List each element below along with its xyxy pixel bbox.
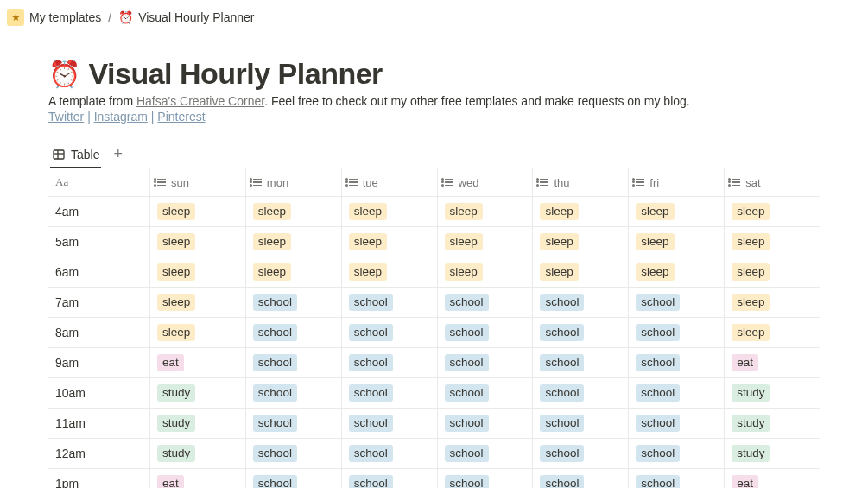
activity-cell[interactable]: sleep — [342, 257, 438, 287]
activity-cell[interactable]: school — [533, 469, 629, 488]
activity-cell[interactable]: sleep — [438, 257, 534, 287]
activity-cell[interactable]: school — [342, 288, 438, 317]
activity-cell[interactable]: school — [629, 318, 725, 347]
activity-cell[interactable]: eat — [150, 469, 246, 488]
time-cell[interactable]: 9am — [48, 348, 150, 377]
activity-cell[interactable]: eat — [150, 348, 246, 377]
activity-cell[interactable]: sleep — [150, 197, 246, 226]
activity-cell[interactable]: sleep — [725, 318, 820, 347]
activity-cell[interactable]: sleep — [629, 197, 725, 226]
time-cell[interactable]: 10am — [48, 378, 150, 408]
column-header-sun[interactable]: sun — [150, 168, 246, 196]
breadcrumb-root[interactable]: My templates — [29, 10, 101, 24]
activity-cell[interactable]: sleep — [438, 197, 534, 226]
column-header-sat[interactable]: sat — [725, 168, 820, 196]
activity-cell[interactable]: sleep — [725, 288, 820, 317]
activity-cell[interactable]: sleep — [533, 227, 629, 257]
activity-cell[interactable]: school — [629, 348, 725, 377]
activity-cell[interactable]: school — [438, 348, 534, 377]
activity-cell[interactable]: sleep — [150, 257, 246, 287]
activity-cell[interactable]: school — [246, 318, 342, 347]
twitter-link[interactable]: Twitter — [48, 110, 84, 124]
breadcrumb-current[interactable]: Visual Hourly Planner — [138, 10, 254, 24]
activity-cell[interactable]: study — [150, 409, 246, 438]
activity-cell[interactable]: school — [438, 318, 534, 347]
column-header-mon[interactable]: mon — [246, 168, 342, 196]
activity-cell[interactable]: school — [342, 409, 438, 438]
time-cell[interactable]: 7am — [48, 288, 150, 317]
activity-cell[interactable]: school — [629, 288, 725, 317]
time-cell[interactable]: 5am — [48, 227, 150, 257]
activity-cell[interactable]: sleep — [438, 227, 534, 257]
activity-cell[interactable]: school — [533, 348, 629, 377]
activity-cell[interactable]: school — [246, 439, 342, 468]
activity-cell[interactable]: sleep — [342, 227, 438, 257]
activity-tag-school: school — [636, 324, 680, 341]
activity-cell[interactable]: sleep — [629, 227, 725, 257]
pinterest-link[interactable]: Pinterest — [157, 110, 205, 124]
time-cell[interactable]: 12am — [48, 439, 150, 468]
activity-cell[interactable]: school — [246, 288, 342, 317]
time-cell[interactable]: 11am — [48, 409, 150, 438]
activity-cell[interactable]: school — [533, 288, 629, 317]
activity-cell[interactable]: school — [629, 439, 725, 468]
activity-cell[interactable]: school — [438, 469, 534, 488]
activity-cell[interactable]: school — [438, 439, 534, 468]
activity-cell[interactable]: study — [725, 409, 820, 438]
activity-cell[interactable]: sleep — [150, 227, 246, 257]
column-header-wed[interactable]: wed — [438, 168, 534, 196]
activity-cell[interactable]: school — [246, 378, 342, 408]
activity-cell[interactable]: sleep — [725, 197, 820, 226]
activity-cell[interactable]: school — [438, 288, 534, 317]
activity-cell[interactable]: school — [342, 469, 438, 488]
instagram-link[interactable]: Instagram — [94, 110, 148, 124]
tab-table-label: Table — [71, 148, 99, 162]
activity-cell[interactable]: sleep — [342, 197, 438, 226]
activity-cell[interactable]: school — [342, 378, 438, 408]
time-cell[interactable]: 1pm — [48, 469, 150, 488]
activity-cell[interactable]: study — [725, 439, 820, 468]
activity-cell[interactable]: sleep — [725, 257, 820, 287]
activity-cell[interactable]: sleep — [150, 318, 246, 347]
activity-cell[interactable]: school — [629, 469, 725, 488]
activity-cell[interactable]: school — [438, 409, 534, 438]
activity-cell[interactable]: sleep — [246, 257, 342, 287]
activity-cell[interactable]: sleep — [533, 257, 629, 287]
column-header-title[interactable]: Aa — [48, 168, 150, 196]
add-view-button[interactable]: + — [113, 146, 123, 165]
activity-cell[interactable]: eat — [725, 348, 820, 377]
activity-cell[interactable]: school — [629, 409, 725, 438]
activity-cell[interactable]: school — [629, 378, 725, 408]
activity-cell[interactable]: school — [533, 318, 629, 347]
time-cell[interactable]: 8am — [48, 318, 150, 347]
activity-cell[interactable]: school — [246, 469, 342, 488]
activity-cell[interactable]: school — [246, 409, 342, 438]
activity-cell[interactable]: school — [533, 378, 629, 408]
activity-cell[interactable]: school — [342, 348, 438, 377]
activity-cell[interactable]: school — [342, 439, 438, 468]
time-cell[interactable]: 4am — [48, 197, 150, 226]
column-header-thu[interactable]: thu — [533, 168, 629, 196]
activity-cell[interactable]: study — [150, 378, 246, 408]
activity-cell[interactable]: school — [438, 378, 534, 408]
activity-cell[interactable]: study — [150, 439, 246, 468]
time-cell[interactable]: 6am — [48, 257, 150, 287]
activity-cell[interactable]: sleep — [150, 288, 246, 317]
activity-cell[interactable]: school — [246, 348, 342, 377]
table-icon — [52, 148, 66, 162]
activity-cell[interactable]: sleep — [725, 227, 820, 257]
activity-cell[interactable]: sleep — [533, 197, 629, 226]
activity-tag-sleep: sleep — [349, 233, 387, 250]
activity-cell[interactable]: sleep — [629, 257, 725, 287]
activity-cell[interactable]: school — [533, 409, 629, 438]
column-header-fri[interactable]: fri — [629, 168, 725, 196]
activity-cell[interactable]: eat — [725, 469, 820, 488]
activity-cell[interactable]: school — [533, 439, 629, 468]
activity-cell[interactable]: school — [342, 318, 438, 347]
column-header-tue[interactable]: tue — [342, 168, 438, 196]
author-link[interactable]: Hafsa's Creative Corner — [136, 94, 264, 108]
activity-cell[interactable]: study — [725, 378, 820, 408]
activity-cell[interactable]: sleep — [246, 197, 342, 226]
tab-table[interactable]: Table — [50, 143, 101, 168]
activity-cell[interactable]: sleep — [246, 227, 342, 257]
